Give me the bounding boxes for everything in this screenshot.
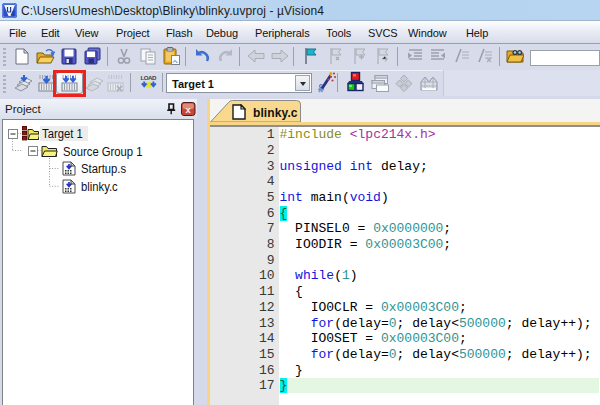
svg-text:x: x bbox=[185, 104, 191, 115]
svg-text:4: 4 bbox=[11, 10, 15, 17]
svg-text:LOAD: LOAD bbox=[141, 74, 158, 81]
